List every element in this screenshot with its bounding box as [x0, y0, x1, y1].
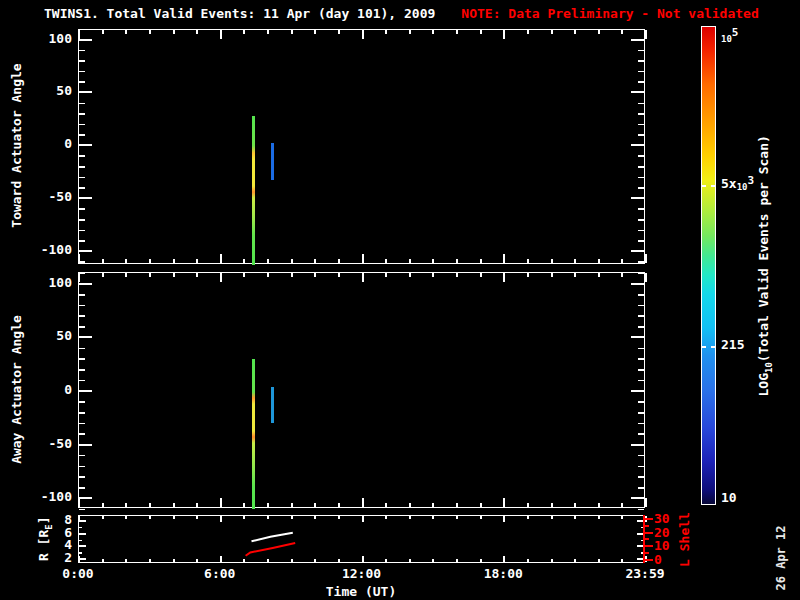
y-tick-label: -50	[30, 189, 72, 205]
date-stamp: 26 Apr 12	[774, 498, 788, 600]
toward-ylabel: Toward Actuator Angle	[9, 26, 24, 266]
lshell-major-tick	[645, 559, 653, 561]
colorbar-title-pre: LOG	[756, 373, 771, 396]
lshell-major-tick	[645, 518, 653, 520]
colorbar-tick-label-part: 215	[721, 337, 744, 352]
colorbar-tick-label: 105	[721, 28, 738, 45]
lshell-major-tick	[645, 532, 653, 534]
lshell-major-tick	[645, 545, 653, 547]
y-tick-label: -50	[30, 436, 72, 452]
y-tick-label: -100	[30, 242, 72, 258]
colorbar-gradient	[702, 27, 715, 504]
y-tick-label: 100	[30, 275, 72, 291]
colorbar-title: LOG10(Total Valid Events per Scan)	[756, 26, 774, 506]
y-tick-label: 0	[30, 382, 72, 398]
colorbar-tick-label-part: 10	[721, 34, 732, 44]
time-axis-label: Time (UT)	[261, 584, 461, 599]
colorbar-tick-dash	[702, 185, 706, 187]
lshell-minor-tick	[645, 552, 649, 554]
radial-ylabel-pre: R [R	[36, 530, 51, 561]
away-ylabel: Away Actuator Angle	[9, 270, 24, 510]
colorbar-tick-label-part: 10	[737, 182, 748, 192]
radial-ylabel: R [RE]	[36, 479, 54, 599]
colorbar	[701, 26, 716, 505]
colorbar-tick-dash	[702, 346, 706, 348]
colorbar-tick-label-part: 5	[732, 26, 739, 39]
lshell-minor-tick	[645, 538, 649, 540]
colorbar-tick-label: 5x103	[721, 176, 754, 193]
colorbar-tick-label-part: 5x	[721, 176, 737, 191]
radial-ylabel-sub: E	[44, 524, 54, 529]
lshell-label: L Shell	[677, 480, 692, 600]
colorbar-tick-dash	[711, 185, 715, 187]
colorbar-tick-label: 215	[721, 337, 744, 353]
colorbar-title-post: (Total Valid Events per Scan)	[756, 135, 771, 362]
colorbar-title-sub: 10	[764, 362, 774, 373]
y-tick-label: 0	[30, 136, 72, 152]
time-tick-label: 6:00	[180, 566, 260, 582]
time-tick-label: 23:59	[605, 566, 685, 582]
y-tick-label: 50	[30, 83, 72, 99]
y-tick-label: 50	[30, 328, 72, 344]
time-tick-label: 18:00	[463, 566, 543, 582]
colorbar-tick-label-part: 3	[748, 174, 755, 187]
colorbar-tick-dash	[711, 346, 715, 348]
time-tick-label: 12:00	[322, 566, 402, 582]
colorbar-tick-label: 10	[721, 490, 737, 506]
y-tick-label: 100	[30, 31, 72, 47]
radial-ylabel-post: ]	[36, 517, 51, 525]
lshell-minor-tick	[645, 525, 649, 527]
colorbar-tick-label-part: 10	[721, 490, 737, 505]
twins-plot-screen: TWINS1. Total Valid Events: 11 Apr (day …	[0, 0, 800, 600]
